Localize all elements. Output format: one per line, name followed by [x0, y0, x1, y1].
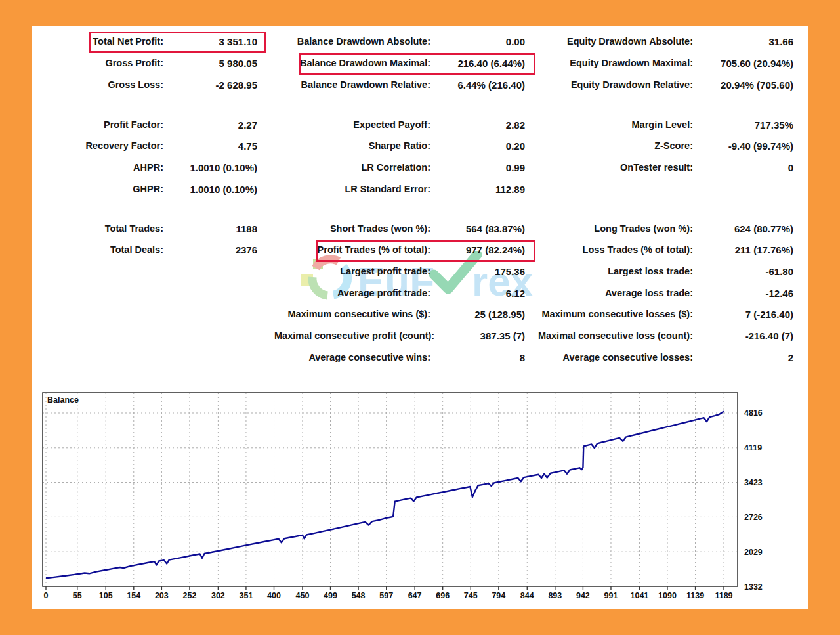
stat-equity-dd-relative-label: Equity Drawdown Relative:: [537, 79, 693, 90]
stat-average-profit-trade-label: Average profit trade:: [274, 288, 430, 298]
balance-chart-svg: 0551051542032523023514004504995485976476…: [32, 387, 808, 609]
svg-text:1332: 1332: [744, 582, 763, 592]
stat-largest-profit-trade-value: 175.36: [430, 266, 525, 277]
stat-gross-profit-label: Gross Profit:: [58, 58, 163, 68]
stat-lr-correlation-value: 0.99: [430, 162, 525, 173]
stat-max-consecutive-losses: Maximum consecutive losses ($):7 (-216.4…: [537, 306, 793, 322]
stat-maximal-consecutive-profit: Maximal consecutive profit (count):387.3…: [274, 328, 525, 343]
stat-largest-profit-trade-label: Largest profit trade:: [274, 266, 430, 276]
stat-margin-level-label: Margin Level:: [537, 120, 693, 130]
svg-text:3423: 3423: [744, 478, 763, 487]
svg-text:844: 844: [520, 591, 534, 600]
svg-text:991: 991: [604, 591, 618, 600]
report-panel: EuF rex Total Net Profit:3 351.10 Gross …: [32, 26, 808, 609]
svg-text:55: 55: [73, 591, 82, 600]
svg-text:499: 499: [324, 591, 337, 600]
balance-chart: 0551051542032523023514004504995485976476…: [32, 387, 808, 609]
svg-text:942: 942: [576, 591, 590, 600]
stat-average-consecutive-wins-label: Average consecutive wins:: [274, 352, 430, 362]
svg-text:696: 696: [436, 591, 450, 600]
stat-maximal-consecutive-loss-value: -216.40 (7): [693, 330, 793, 341]
stat-z-score-value: -9.40 (99.74%): [693, 141, 793, 152]
stat-gross-loss-label: Gross Loss:: [58, 79, 163, 90]
stat-gross-profit: Gross Profit:5 980.05: [58, 55, 257, 71]
svg-text:4119: 4119: [744, 443, 762, 452]
svg-text:647: 647: [408, 591, 422, 600]
highlight-box-profit-trades: [316, 240, 536, 262]
svg-text:745: 745: [464, 591, 478, 600]
stat-equity-dd-absolute-label: Equity Drawdown Absolute:: [537, 36, 693, 47]
svg-text:252: 252: [183, 591, 197, 600]
stat-loss-trades: Loss Trades (% of total):211 (17.76%): [537, 242, 793, 257]
svg-text:597: 597: [379, 591, 393, 600]
stat-max-consecutive-losses-value: 7 (-216.40): [693, 309, 793, 320]
stat-gross-profit-value: 5 980.05: [163, 58, 257, 69]
stat-total-deals: Total Deals:2376: [58, 242, 257, 257]
stat-total-deals-label: Total Deals:: [58, 244, 163, 255]
svg-text:1041: 1041: [631, 591, 649, 600]
stat-gross-loss-value: -2 628.95: [163, 79, 257, 91]
stat-long-trades: Long Trades (won %):624 (80.77%): [537, 221, 793, 236]
stat-ahpr-label: AHPR:: [58, 162, 163, 173]
stat-balance-dd-relative: Balance Drawdown Relative:6.44% (216.40): [274, 77, 525, 93]
svg-text:105: 105: [99, 591, 113, 600]
stat-recovery-factor-label: Recovery Factor:: [58, 141, 163, 151]
stat-long-trades-label: Long Trades (won %):: [537, 223, 693, 234]
stat-largest-loss-trade-value: -61.80: [693, 266, 793, 277]
stat-max-consecutive-wins-label: Maximum consecutive wins ($):: [274, 309, 430, 319]
svg-text:400: 400: [267, 591, 281, 600]
svg-text:0: 0: [44, 591, 49, 600]
svg-text:4816: 4816: [744, 408, 763, 418]
stat-ontester-result-value: 0: [693, 162, 793, 173]
stat-balance-dd-relative-value: 6.44% (216.40): [430, 79, 525, 91]
stat-average-consecutive-wins-value: 8: [430, 352, 525, 363]
svg-text:203: 203: [155, 591, 169, 600]
stat-total-trades: Total Trades:1188: [58, 221, 257, 236]
stat-short-trades-value: 564 (83.87%): [430, 223, 525, 234]
stat-profit-factor-label: Profit Factor:: [58, 120, 163, 130]
stat-lr-correlation-label: LR Correlation:: [274, 162, 430, 173]
stat-ontester-result: OnTester result:0: [537, 160, 793, 175]
stat-largest-loss-trade: Largest loss trade:-61.80: [537, 263, 793, 279]
stat-ahpr: AHPR:1.0010 (0.10%): [58, 160, 257, 175]
chart-series-label: Balance: [47, 395, 79, 405]
stat-z-score: Z-Score:-9.40 (99.74%): [537, 138, 793, 154]
stat-total-trades-value: 1188: [163, 223, 257, 234]
highlight-box-total-net-profit: [89, 32, 266, 53]
stat-profit-factor-value: 2.27: [163, 120, 257, 131]
stat-recovery-factor: Recovery Factor:4.75: [58, 138, 257, 154]
chart-y-axis-labels: 133220292726342341194816: [744, 408, 763, 591]
svg-text:1139: 1139: [686, 591, 704, 600]
stat-max-consecutive-wins: Maximum consecutive wins ($):25 (128.95): [274, 306, 525, 322]
svg-text:154: 154: [127, 591, 140, 600]
stat-average-loss-trade-value: -12.46: [693, 288, 793, 299]
stat-ghpr: GHPR:1.0010 (0.10%): [58, 181, 257, 197]
stat-recovery-factor-value: 4.75: [163, 141, 257, 152]
svg-text:2726: 2726: [744, 513, 763, 522]
stat-balance-dd-absolute: Balance Drawdown Absolute:0.00: [274, 33, 525, 49]
svg-text:450: 450: [296, 591, 310, 600]
stat-equity-dd-relative: Equity Drawdown Relative:20.94% (705.60): [537, 77, 793, 93]
stat-maximal-consecutive-loss-label: Maximal consecutive loss (count):: [537, 330, 693, 341]
stat-equity-dd-maximal-label: Equity Drawdown Maximal:: [537, 58, 693, 68]
stat-largest-loss-trade-label: Largest loss trade:: [537, 266, 693, 276]
stat-sharpe-ratio-label: Sharpe Ratio:: [274, 141, 430, 151]
svg-text:2029: 2029: [744, 548, 763, 557]
stat-maximal-consecutive-profit-value: 387.35 (7): [430, 330, 525, 341]
stat-total-trades-label: Total Trades:: [58, 223, 163, 234]
svg-text:794: 794: [492, 591, 505, 600]
stat-long-trades-value: 624 (80.77%): [693, 223, 793, 234]
stat-z-score-label: Z-Score:: [537, 141, 693, 151]
stat-balance-dd-relative-label: Balance Drawdown Relative:: [274, 79, 430, 90]
stat-balance-dd-absolute-label: Balance Drawdown Absolute:: [274, 36, 430, 47]
stat-equity-dd-absolute: Equity Drawdown Absolute:31.66: [537, 33, 793, 49]
stat-average-loss-trade: Average loss trade:-12.46: [537, 285, 793, 301]
svg-text:302: 302: [211, 591, 225, 600]
stat-equity-dd-relative-value: 20.94% (705.60): [693, 79, 793, 91]
stat-lr-standard-error-label: LR Standard Error:: [274, 184, 430, 194]
stat-margin-level: Margin Level:717.35%: [537, 117, 793, 133]
svg-text:548: 548: [352, 591, 366, 600]
stat-average-profit-trade-value: 6.12: [430, 288, 525, 299]
stat-expected-payoff-label: Expected Payoff:: [274, 120, 430, 130]
svg-text:893: 893: [548, 591, 562, 600]
